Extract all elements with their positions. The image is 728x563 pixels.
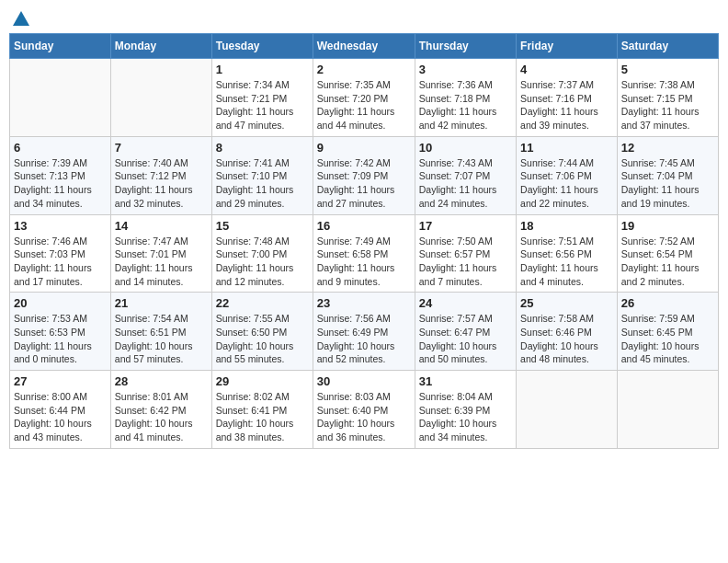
calendar-cell: 1Sunrise: 7:34 AMSunset: 7:21 PMDaylight… bbox=[211, 59, 313, 137]
day-info: Sunrise: 7:50 AMSunset: 6:57 PMDaylight:… bbox=[419, 235, 512, 289]
day-number: 1 bbox=[216, 63, 309, 76]
day-number: 30 bbox=[317, 374, 411, 388]
calendar-cell: 4Sunrise: 7:37 AMSunset: 7:16 PMDaylight… bbox=[517, 59, 618, 137]
day-number: 4 bbox=[520, 63, 613, 76]
calendar-cell bbox=[517, 371, 618, 449]
day-number: 9 bbox=[317, 141, 411, 155]
day-number: 21 bbox=[115, 296, 208, 310]
calendar-cell: 6Sunrise: 7:39 AMSunset: 7:13 PMDaylight… bbox=[10, 136, 111, 214]
day-number: 18 bbox=[520, 219, 613, 233]
day-of-week-header: Tuesday bbox=[211, 34, 313, 59]
day-info: Sunrise: 7:40 AMSunset: 7:12 PMDaylight:… bbox=[115, 156, 208, 211]
calendar-cell: 28Sunrise: 8:01 AMSunset: 6:42 PMDayligh… bbox=[110, 371, 211, 449]
calendar-cell: 5Sunrise: 7:38 AMSunset: 7:15 PMDaylight… bbox=[617, 59, 718, 137]
calendar-cell: 22Sunrise: 7:55 AMSunset: 6:50 PMDayligh… bbox=[211, 293, 313, 371]
day-info: Sunrise: 7:45 AMSunset: 7:04 PMDaylight:… bbox=[621, 156, 714, 211]
calendar-cell: 25Sunrise: 7:58 AMSunset: 6:46 PMDayligh… bbox=[517, 293, 618, 371]
day-number: 12 bbox=[621, 141, 714, 155]
day-number: 15 bbox=[216, 219, 309, 233]
day-info: Sunrise: 7:57 AMSunset: 6:47 PMDaylight:… bbox=[419, 312, 512, 366]
calendar-cell: 18Sunrise: 7:51 AMSunset: 6:56 PMDayligh… bbox=[517, 214, 618, 293]
logo bbox=[9, 9, 31, 26]
day-number: 14 bbox=[115, 219, 208, 233]
day-info: Sunrise: 7:36 AMSunset: 7:18 PMDaylight:… bbox=[419, 78, 512, 132]
calendar-week-row: 27Sunrise: 8:00 AMSunset: 6:44 PMDayligh… bbox=[10, 371, 719, 449]
logo-icon bbox=[11, 9, 31, 29]
day-info: Sunrise: 8:04 AMSunset: 6:39 PMDaylight:… bbox=[419, 390, 512, 444]
calendar-cell: 23Sunrise: 7:56 AMSunset: 6:49 PMDayligh… bbox=[313, 293, 415, 371]
day-info: Sunrise: 8:03 AMSunset: 6:40 PMDaylight:… bbox=[317, 390, 411, 444]
calendar-cell: 17Sunrise: 7:50 AMSunset: 6:57 PMDayligh… bbox=[415, 214, 516, 293]
day-number: 23 bbox=[317, 296, 411, 310]
calendar-cell: 12Sunrise: 7:45 AMSunset: 7:04 PMDayligh… bbox=[617, 136, 718, 214]
day-number: 6 bbox=[14, 141, 107, 155]
calendar-cell bbox=[10, 59, 111, 137]
day-number: 27 bbox=[14, 374, 107, 388]
day-number: 2 bbox=[317, 63, 411, 76]
calendar-cell: 29Sunrise: 8:02 AMSunset: 6:41 PMDayligh… bbox=[211, 371, 313, 449]
day-number: 13 bbox=[14, 219, 107, 233]
calendar-cell: 19Sunrise: 7:52 AMSunset: 6:54 PMDayligh… bbox=[617, 214, 718, 293]
calendar-cell: 11Sunrise: 7:44 AMSunset: 7:06 PMDayligh… bbox=[517, 136, 618, 214]
calendar-table: SundayMondayTuesdayWednesdayThursdayFrid… bbox=[9, 33, 719, 449]
day-number: 11 bbox=[520, 141, 613, 155]
day-number: 24 bbox=[419, 296, 512, 310]
day-number: 25 bbox=[520, 296, 613, 310]
calendar-cell bbox=[110, 59, 211, 137]
day-of-week-header: Monday bbox=[110, 34, 211, 59]
day-info: Sunrise: 7:54 AMSunset: 6:51 PMDaylight:… bbox=[115, 312, 208, 366]
svg-marker-0 bbox=[13, 11, 29, 26]
day-number: 8 bbox=[216, 141, 309, 155]
calendar-cell: 31Sunrise: 8:04 AMSunset: 6:39 PMDayligh… bbox=[415, 371, 516, 449]
calendar-week-row: 20Sunrise: 7:53 AMSunset: 6:53 PMDayligh… bbox=[10, 293, 719, 371]
day-info: Sunrise: 7:59 AMSunset: 6:45 PMDaylight:… bbox=[621, 312, 714, 366]
day-number: 10 bbox=[419, 141, 512, 155]
calendar-week-row: 6Sunrise: 7:39 AMSunset: 7:13 PMDaylight… bbox=[10, 136, 719, 214]
day-info: Sunrise: 7:47 AMSunset: 7:01 PMDaylight:… bbox=[115, 235, 208, 289]
day-info: Sunrise: 7:56 AMSunset: 6:49 PMDaylight:… bbox=[317, 312, 411, 366]
day-number: 26 bbox=[621, 296, 714, 310]
day-of-week-header: Friday bbox=[517, 34, 618, 59]
day-info: Sunrise: 8:00 AMSunset: 6:44 PMDaylight:… bbox=[14, 390, 107, 444]
calendar-cell: 9Sunrise: 7:42 AMSunset: 7:09 PMDaylight… bbox=[313, 136, 415, 214]
calendar-cell: 27Sunrise: 8:00 AMSunset: 6:44 PMDayligh… bbox=[10, 371, 111, 449]
calendar-cell: 3Sunrise: 7:36 AMSunset: 7:18 PMDaylight… bbox=[415, 59, 516, 137]
day-info: Sunrise: 7:41 AMSunset: 7:10 PMDaylight:… bbox=[216, 156, 309, 211]
calendar-cell: 7Sunrise: 7:40 AMSunset: 7:12 PMDaylight… bbox=[110, 136, 211, 214]
calendar-cell: 30Sunrise: 8:03 AMSunset: 6:40 PMDayligh… bbox=[313, 371, 415, 449]
day-number: 20 bbox=[14, 296, 107, 310]
day-number: 28 bbox=[115, 374, 208, 388]
day-info: Sunrise: 7:55 AMSunset: 6:50 PMDaylight:… bbox=[216, 312, 309, 366]
day-info: Sunrise: 7:48 AMSunset: 7:00 PMDaylight:… bbox=[216, 235, 309, 289]
day-info: Sunrise: 7:53 AMSunset: 6:53 PMDaylight:… bbox=[14, 312, 107, 366]
day-info: Sunrise: 7:49 AMSunset: 6:58 PMDaylight:… bbox=[317, 235, 411, 289]
day-info: Sunrise: 7:38 AMSunset: 7:15 PMDaylight:… bbox=[621, 78, 714, 132]
day-of-week-header: Wednesday bbox=[313, 34, 415, 59]
day-number: 16 bbox=[317, 219, 411, 233]
calendar-cell: 26Sunrise: 7:59 AMSunset: 6:45 PMDayligh… bbox=[617, 293, 718, 371]
day-info: Sunrise: 8:01 AMSunset: 6:42 PMDaylight:… bbox=[115, 390, 208, 444]
day-of-week-header: Sunday bbox=[10, 34, 111, 59]
calendar-cell bbox=[617, 371, 718, 449]
calendar-cell: 20Sunrise: 7:53 AMSunset: 6:53 PMDayligh… bbox=[10, 293, 111, 371]
day-info: Sunrise: 7:42 AMSunset: 7:09 PMDaylight:… bbox=[317, 156, 411, 211]
day-number: 3 bbox=[419, 63, 512, 76]
day-number: 22 bbox=[216, 296, 309, 310]
calendar-cell: 14Sunrise: 7:47 AMSunset: 7:01 PMDayligh… bbox=[110, 214, 211, 293]
calendar-cell: 15Sunrise: 7:48 AMSunset: 7:00 PMDayligh… bbox=[211, 214, 313, 293]
page-header bbox=[9, 9, 719, 26]
calendar-cell: 21Sunrise: 7:54 AMSunset: 6:51 PMDayligh… bbox=[110, 293, 211, 371]
calendar-week-row: 13Sunrise: 7:46 AMSunset: 7:03 PMDayligh… bbox=[10, 214, 719, 293]
day-info: Sunrise: 7:39 AMSunset: 7:13 PMDaylight:… bbox=[14, 156, 107, 211]
day-number: 29 bbox=[216, 374, 309, 388]
day-number: 17 bbox=[419, 219, 512, 233]
day-info: Sunrise: 7:34 AMSunset: 7:21 PMDaylight:… bbox=[216, 78, 309, 132]
day-info: Sunrise: 8:02 AMSunset: 6:41 PMDaylight:… bbox=[216, 390, 309, 444]
day-of-week-header: Thursday bbox=[415, 34, 516, 59]
calendar-cell: 2Sunrise: 7:35 AMSunset: 7:20 PMDaylight… bbox=[313, 59, 415, 137]
calendar-week-row: 1Sunrise: 7:34 AMSunset: 7:21 PMDaylight… bbox=[10, 59, 719, 137]
calendar-cell: 13Sunrise: 7:46 AMSunset: 7:03 PMDayligh… bbox=[10, 214, 111, 293]
day-info: Sunrise: 7:43 AMSunset: 7:07 PMDaylight:… bbox=[419, 156, 512, 211]
calendar-header-row: SundayMondayTuesdayWednesdayThursdayFrid… bbox=[10, 34, 719, 59]
day-info: Sunrise: 7:58 AMSunset: 6:46 PMDaylight:… bbox=[520, 312, 613, 366]
